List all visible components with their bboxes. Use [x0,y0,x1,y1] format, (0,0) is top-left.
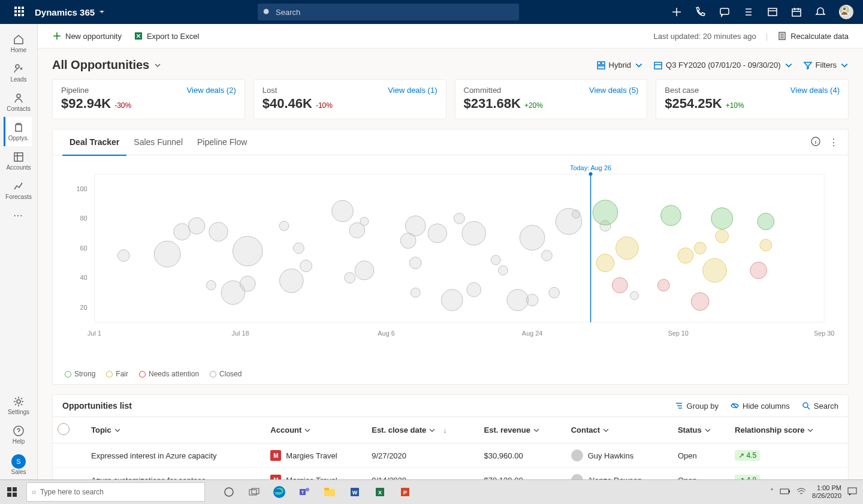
task-view-icon[interactable] [242,480,266,504]
svg-point-51 [360,218,369,226]
svg-point-36 [174,224,191,240]
svg-text:Sep 30: Sep 30 [814,330,834,337]
panel-icon[interactable] [767,7,778,17]
add-icon[interactable] [671,7,682,17]
nav-sales-avatar[interactable]: SSales [0,449,37,480]
svg-point-56 [428,224,447,243]
view-deals-link[interactable]: View deals (2) [187,86,236,95]
start-button[interactable] [0,480,24,504]
user-avatar[interactable] [839,5,853,19]
period-selector[interactable]: Q3 FY2020 (07/01/20 - 09/30/20) [654,61,793,70]
bell-icon[interactable] [815,7,826,17]
page-title[interactable]: All Opportunities [52,58,161,72]
chart-more-icon[interactable]: ⋮ [829,137,838,148]
tab-pipeline-flow[interactable]: Pipeline Flow [190,129,254,155]
list-search-button[interactable]: Search [802,402,838,411]
svg-point-44 [279,269,303,293]
app-launcher-icon[interactable] [14,7,25,17]
view-deals-link[interactable]: View deals (1) [388,86,437,95]
brand-dropdown[interactable]: Dynamics 365 [35,7,105,17]
excel-icon[interactable]: X [368,480,392,504]
svg-rect-17 [654,62,662,69]
deal-tracker-bubble-chart[interactable]: 10080604020Jul 1Jul 18Aug 6Aug 24Sep 10S… [65,161,836,341]
svg-point-6 [16,65,19,68]
nav-contacts[interactable]: Contacts [5,87,32,117]
recalculate-button[interactable]: Recalculate data [777,31,849,41]
tab-sales-funnel[interactable]: Sales Funnel [126,129,190,155]
teams-icon[interactable]: T [292,480,316,504]
taskbar-search[interactable]: ○ Type here to search [26,482,205,502]
svg-point-41 [206,280,216,290]
edge-icon[interactable] [267,480,291,504]
word-icon[interactable]: W [343,480,367,504]
global-search[interactable]: Search [258,4,519,20]
nav-help[interactable]: Help [0,420,37,449]
svg-point-34 [117,250,129,262]
svg-text:P: P [403,490,407,496]
calendar-icon[interactable] [791,7,802,17]
svg-text:40: 40 [80,274,87,282]
group-by-button[interactable]: Group by [675,402,719,411]
nav-leads[interactable]: Leads [5,58,32,87]
topbar-actions [671,5,858,19]
export-excel-button[interactable]: Export to Excel [134,31,199,41]
tray-chevron-icon[interactable]: ˄ [770,488,774,496]
svg-text:60: 60 [80,245,87,252]
svg-point-42 [233,236,262,266]
legend-item: Fair [106,370,128,378]
svg-rect-2 [768,8,777,16]
last-updated-text: Last updated: 20 minutes ago [653,32,756,41]
legend-item: Strong [65,370,95,378]
nav-accounts[interactable]: Accounts [5,146,32,176]
cortana-icon[interactable] [217,480,241,504]
svg-point-7 [17,94,20,98]
windows-taskbar: ○ Type here to search T W X P ˄ 1:00 PM8… [0,479,863,504]
nav-forecasts[interactable]: Forecasts [5,176,32,205]
nav-home[interactable]: Home [5,29,32,58]
filters-button[interactable]: Filters [804,61,849,70]
svg-point-5 [843,7,846,11]
view-deals-link[interactable]: View deals (5) [589,86,638,95]
tray-wifi-icon[interactable] [796,488,806,497]
col-header[interactable]: Account [265,417,367,443]
nav-opptys.[interactable]: Opptys. [4,117,32,146]
svg-rect-1 [720,8,729,14]
explorer-icon[interactable] [318,480,342,504]
svg-point-59 [462,222,486,246]
hide-columns-button[interactable]: Hide columns [731,402,790,411]
table-row[interactable]: Azure customizations for contosoMMargies… [53,468,848,481]
svg-point-80 [703,258,727,282]
tray-battery-icon[interactable] [780,488,790,497]
opportunities-table: Topic Account Est. close date ↓Est. reve… [53,417,848,480]
notification-icon[interactable] [847,487,857,497]
col-header[interactable]: Est. revenue [479,417,566,443]
svg-point-87 [803,403,808,408]
col-header[interactable]: Relationship score [730,417,848,443]
powerpoint-icon[interactable]: P [393,480,417,504]
col-header[interactable]: Topic [86,417,265,443]
new-opportunity-button[interactable]: New opportunity [52,31,122,41]
svg-point-84 [657,279,669,291]
search-placeholder: Search [276,8,300,17]
svg-rect-8 [16,125,22,131]
col-header[interactable]: Status [673,417,730,443]
svg-point-73 [661,206,681,226]
select-all-checkbox[interactable] [58,423,70,435]
table-row[interactable]: Expressed interest in Azure capacityMMar… [53,443,848,468]
phone-icon[interactable] [695,7,706,17]
nav-more[interactable]: ⋯ [0,205,37,226]
nav-settings[interactable]: Settings [0,391,37,420]
task-icon[interactable] [743,7,754,17]
col-header[interactable]: Est. close date ↓ [367,417,479,443]
view-deals-link[interactable]: View deals (4) [790,86,840,95]
view-selector[interactable]: Hybrid [597,61,644,70]
svg-point-43 [279,221,289,231]
svg-point-60 [467,282,481,297]
tab-deal-tracker[interactable]: Deal Tracker [62,129,126,156]
chat-icon[interactable] [719,7,730,17]
col-header[interactable]: Contact [566,417,673,443]
taskbar-clock[interactable]: 1:00 PM8/26/2020 [812,484,841,500]
svg-point-54 [409,257,421,269]
svg-point-76 [596,254,614,272]
chart-info-icon[interactable] [811,137,820,148]
